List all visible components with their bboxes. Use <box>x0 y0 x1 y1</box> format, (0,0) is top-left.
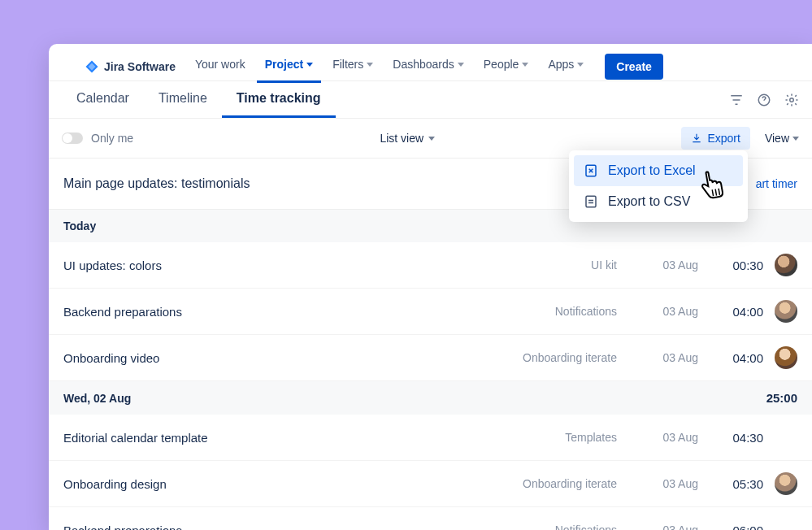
time-entry-row[interactable]: Editorial calendar templateTemplates03 A… <box>49 415 812 461</box>
entry-duration: 04:30 <box>698 431 763 445</box>
chevron-down-icon <box>577 63 584 67</box>
entry-date: 03 Aug <box>617 431 698 444</box>
tab-time-tracking[interactable]: Time tracking <box>222 81 336 118</box>
entry-duration: 04:00 <box>698 351 763 365</box>
app-window: Jira Software Your work Project Filters … <box>49 44 812 530</box>
filter-icon[interactable] <box>729 93 744 107</box>
chevron-down-icon <box>522 63 528 67</box>
export-csv-item[interactable]: Export to CSV <box>574 186 743 217</box>
avatar[interactable] <box>775 300 797 323</box>
entry-date: 03 Aug <box>617 305 698 318</box>
time-entries: TodayUI updates: colorsUI kit03 Aug00:30… <box>49 210 812 530</box>
brand[interactable]: Jira Software <box>85 59 176 74</box>
chevron-down-icon <box>458 63 464 67</box>
section-header: Wed, 02 Aug25:00 <box>49 381 812 415</box>
entry-title: Editorial calendar template <box>63 431 487 445</box>
entry-title: Onboarding design <box>63 477 487 491</box>
sub-nav: Calendar Timeline Time tracking <box>49 81 812 119</box>
chevron-down-icon <box>306 63 313 67</box>
svg-point-1 <box>790 98 794 102</box>
entry-date: 03 Aug <box>617 523 698 530</box>
avatar[interactable] <box>775 519 797 530</box>
time-entry-row[interactable]: Onboarding videoOnboarding iterate03 Aug… <box>49 335 812 381</box>
file-csv-icon <box>584 194 598 209</box>
tab-timeline[interactable]: Timeline <box>144 81 222 118</box>
entry-date: 03 Aug <box>617 351 698 364</box>
avatar[interactable] <box>775 346 797 369</box>
entry-category: Onboarding iterate <box>487 477 617 490</box>
active-entry-title: Main page updates: testimonials <box>63 176 250 191</box>
entry-category: UI kit <box>487 258 617 272</box>
nav-apps[interactable]: Apps <box>540 50 592 83</box>
time-entry-row[interactable]: Backend preparationsNotifications03 Aug0… <box>49 289 812 335</box>
avatar[interactable] <box>775 426 797 449</box>
app-switcher-icon[interactable] <box>62 59 76 74</box>
export-button[interactable]: Export <box>681 127 749 150</box>
entry-title: Backend preparations <box>63 523 487 531</box>
entry-title: Backend preparations <box>63 305 487 319</box>
chevron-down-icon <box>792 137 799 141</box>
list-view-selector[interactable]: List view <box>380 132 435 145</box>
jira-logo-icon <box>85 59 99 74</box>
entry-duration: 05:30 <box>698 477 763 491</box>
entry-category: Templates <box>487 431 617 444</box>
settings-icon[interactable] <box>784 93 799 107</box>
entry-date: 03 Aug <box>617 477 698 490</box>
entry-category: Notifications <box>487 305 617 318</box>
brand-label: Jira Software <box>104 60 176 73</box>
chevron-down-icon <box>428 137 435 141</box>
entry-category: Notifications <box>487 523 617 530</box>
nav-people[interactable]: People <box>475 50 537 83</box>
nav-filters[interactable]: Filters <box>324 50 381 83</box>
entry-duration: 06:00 <box>698 523 763 531</box>
nav-project[interactable]: Project <box>257 50 321 83</box>
section-total: 25:00 <box>766 391 797 405</box>
avatar[interactable] <box>775 472 797 495</box>
entry-duration: 04:00 <box>698 305 763 319</box>
entry-duration: 00:30 <box>698 258 763 272</box>
start-timer-button[interactable]: art timer <box>756 177 797 190</box>
only-me-toggle[interactable] <box>62 132 83 144</box>
section-label: Today <box>63 219 96 232</box>
section-label: Wed, 02 Aug <box>63 392 131 405</box>
tab-calendar[interactable]: Calendar <box>62 81 144 118</box>
top-nav: Jira Software Your work Project Filters … <box>49 44 812 81</box>
create-button[interactable]: Create <box>605 54 663 80</box>
entry-title: Onboarding video <box>63 351 487 365</box>
entry-category: Onboarding iterate <box>487 351 617 364</box>
file-excel-icon <box>584 163 598 178</box>
time-entry-row[interactable]: UI updates: colorsUI kit03 Aug00:30 <box>49 242 812 289</box>
help-icon[interactable] <box>757 93 771 107</box>
time-entry-row[interactable]: Onboarding designOnboarding iterate03 Au… <box>49 461 812 507</box>
avatar[interactable] <box>775 254 797 276</box>
export-dropdown: Export to Excel Export to CSV <box>569 150 748 222</box>
nav-dashboards[interactable]: Dashboards <box>384 50 472 83</box>
view-button[interactable]: View <box>765 132 799 145</box>
export-excel-item[interactable]: Export to Excel <box>574 155 743 186</box>
chevron-down-icon <box>367 63 373 67</box>
only-me-label: Only me <box>91 132 133 145</box>
download-icon <box>691 132 702 144</box>
time-entry-row[interactable]: Backend preparationsNotifications03 Aug0… <box>49 507 812 530</box>
entry-date: 03 Aug <box>617 258 698 272</box>
entry-title: UI updates: colors <box>63 258 487 272</box>
nav-your-work[interactable]: Your work <box>187 50 254 83</box>
svg-rect-3 <box>586 196 596 207</box>
